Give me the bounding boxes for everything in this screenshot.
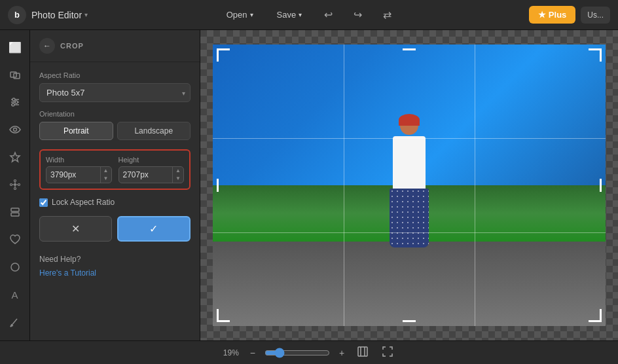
photo-canvas[interactable] <box>213 45 606 326</box>
aspect-ratio-select[interactable]: Original Square 1:1 Photo 4:6 Photo 5x7 … <box>39 83 191 102</box>
crop-corner-tl[interactable] <box>217 48 230 62</box>
height-input-wrap: ▲ ▼ <box>118 166 185 183</box>
crop-corner-bl[interactable] <box>217 309 230 322</box>
app-logo: b <box>8 6 26 24</box>
crop-overlay <box>213 45 606 326</box>
svg-point-8 <box>13 128 16 132</box>
zoom-slider[interactable] <box>264 348 330 358</box>
width-increment-button[interactable]: ▲ <box>101 167 111 175</box>
landscape-button[interactable]: Landscape <box>117 122 191 140</box>
svg-point-13 <box>14 180 16 182</box>
cancel-button[interactable]: ✕ <box>39 216 112 242</box>
sidebar-item-heart[interactable] <box>3 228 27 251</box>
topbar-center: Open ▾ Save ▾ ↩ ↪ ⇄ <box>93 6 524 24</box>
svg-point-7 <box>12 103 14 106</box>
tutorial-link[interactable]: Here's a Tutorial <box>39 268 96 278</box>
svg-point-14 <box>14 188 16 190</box>
crop-handle-top[interactable] <box>403 48 416 50</box>
svg-point-12 <box>18 184 20 186</box>
width-spinners: ▲ ▼ <box>100 167 111 183</box>
star-icon: ★ <box>538 10 546 20</box>
sidebar-item-adjustments[interactable] <box>3 90 27 114</box>
height-increment-button[interactable]: ▲ <box>173 167 183 175</box>
svg-point-10 <box>14 183 16 186</box>
topbar: b Photo Editor ▾ Open ▾ Save ▾ ↩ ↪ ⇄ ★ P… <box>0 0 618 30</box>
svg-rect-19 <box>11 213 19 216</box>
app-title: Photo Editor ▾ <box>31 10 88 20</box>
crop-handle-bottom[interactable] <box>403 320 416 322</box>
help-text: Need Help? <box>39 255 191 264</box>
sidebar-item-star[interactable] <box>3 145 27 169</box>
undo-button[interactable]: ↩ <box>320 6 336 24</box>
crop-handle-left[interactable] <box>217 179 219 192</box>
orientation-row: Portrait Landscape <box>39 122 191 140</box>
svg-point-11 <box>10 184 12 186</box>
svg-rect-25 <box>358 347 367 356</box>
grid-line-h2 <box>213 232 606 233</box>
portrait-button[interactable]: Portrait <box>39 122 113 140</box>
height-decrement-button[interactable]: ▼ <box>173 175 183 183</box>
svg-point-5 <box>15 101 18 103</box>
aspect-ratio-label: Aspect Ratio <box>39 71 191 79</box>
bottom-bar: 19% − + <box>0 340 618 364</box>
user-button[interactable]: Us... <box>581 7 610 24</box>
icon-bar: ⬜ A <box>0 30 30 340</box>
width-field: Width ▲ ▼ <box>46 156 112 183</box>
save-button[interactable]: Save ▾ <box>272 7 308 22</box>
panel-back-button[interactable]: ← <box>39 38 55 54</box>
width-label: Width <box>46 156 112 164</box>
panel-content: Aspect Ratio Original Square 1:1 Photo 4… <box>30 62 200 287</box>
crop-grid <box>213 45 606 326</box>
plus-button[interactable]: ★ Plus <box>529 6 575 24</box>
main-layout: ⬜ A <box>0 30 618 340</box>
svg-point-21 <box>11 263 19 271</box>
height-label: Height <box>118 156 185 164</box>
canvas-area <box>200 30 618 340</box>
sidebar-item-eye[interactable] <box>3 118 27 141</box>
crop-corner-tr[interactable] <box>589 48 602 62</box>
svg-marker-9 <box>10 153 20 162</box>
width-decrement-button[interactable]: ▼ <box>101 175 111 183</box>
sidebar-item-nodes[interactable] <box>3 173 27 196</box>
lock-label: Lock Aspect Ratio <box>52 198 115 207</box>
grid-line-v2 <box>475 45 475 326</box>
orientation-label: Orientation <box>39 110 191 118</box>
action-row: ✕ ✓ <box>39 216 191 242</box>
sidebar-item-shape[interactable] <box>3 255 27 279</box>
sidebar-item-layers[interactable] <box>3 200 27 224</box>
zoom-percent: 19% <box>221 348 241 357</box>
zoom-in-button[interactable]: + <box>336 346 347 359</box>
fullscreen-button[interactable] <box>378 345 397 360</box>
sidebar-item-text[interactable]: A <box>3 283 27 306</box>
zoom-out-button[interactable]: − <box>247 346 258 359</box>
topbar-actions: ★ Plus Us... <box>529 6 610 24</box>
svg-rect-20 <box>11 208 19 211</box>
sidebar-item-draw[interactable] <box>3 310 27 334</box>
crop-corner-br[interactable] <box>589 309 602 322</box>
height-field: Height ▲ ▼ <box>118 156 185 183</box>
width-input[interactable] <box>46 167 100 183</box>
dimensions-group: Width ▲ ▼ Height <box>39 149 191 190</box>
open-button[interactable]: Open ▾ <box>221 7 259 22</box>
height-spinners: ▲ ▼ <box>172 167 183 183</box>
apply-button[interactable]: ✓ <box>117 216 191 242</box>
grid-line-v1 <box>344 45 344 326</box>
rotate-button[interactable]: ⇄ <box>379 6 395 24</box>
lock-checkbox[interactable] <box>39 198 48 207</box>
side-panel: ← CROP Aspect Ratio Original Square 1:1 … <box>30 30 200 340</box>
apply-icon: ✓ <box>149 223 158 234</box>
width-input-wrap: ▲ ▼ <box>46 166 112 183</box>
redo-button[interactable]: ↪ <box>350 6 366 24</box>
dimensions-row: Width ▲ ▼ Height <box>46 156 184 183</box>
panel-header: ← CROP <box>30 30 200 62</box>
svg-point-3 <box>12 98 15 101</box>
aspect-ratio-select-wrap: Original Square 1:1 Photo 4:6 Photo 5x7 … <box>39 83 191 102</box>
lock-row: Lock Aspect Ratio <box>39 198 191 207</box>
height-input[interactable] <box>119 167 173 183</box>
sidebar-item-back[interactable] <box>3 63 27 86</box>
crop-handle-right[interactable] <box>600 179 602 192</box>
sidebar-item-image[interactable]: ⬜ <box>3 35 27 59</box>
fit-view-button[interactable] <box>354 345 372 360</box>
panel-title: CROP <box>60 42 84 50</box>
grid-line-h1 <box>213 138 606 139</box>
